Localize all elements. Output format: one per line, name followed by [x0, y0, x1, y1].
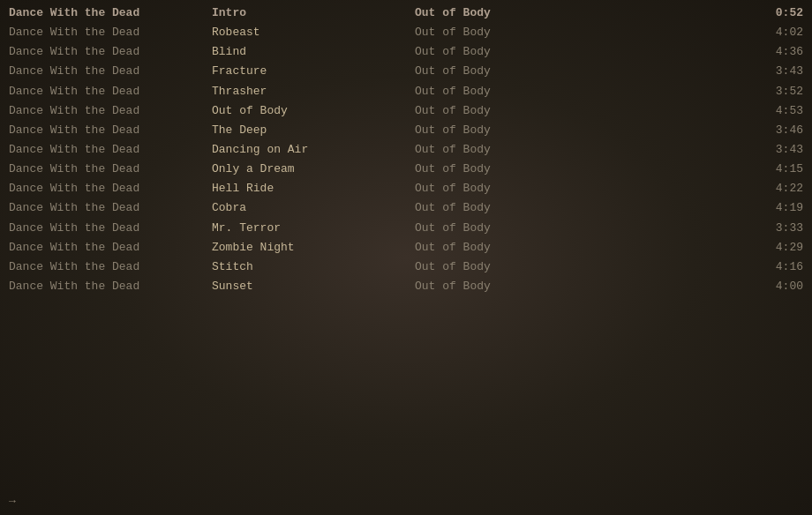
track-title: Cobra	[212, 199, 415, 217]
track-album: Out of Body	[415, 258, 618, 276]
table-row[interactable]: Dance With the DeadStitchOut of Body4:16	[0, 258, 812, 277]
table-row[interactable]: Dance With the DeadRobeastOut of Body4:0…	[0, 23, 812, 42]
track-duration: 4:29	[618, 239, 803, 257]
track-title: Zombie Night	[212, 239, 415, 257]
track-title: Stitch	[212, 258, 415, 276]
track-artist: Dance With the Dead	[9, 278, 212, 295]
track-artist: Dance With the Dead	[9, 258, 212, 276]
table-row[interactable]: Dance With the DeadThe DeepOut of Body3:…	[0, 121, 812, 140]
track-album: Out of Body	[415, 180, 618, 198]
track-album: Out of Body	[415, 122, 618, 139]
track-album: Out of Body	[415, 83, 618, 101]
table-header: Dance With the Dead Intro Out of Body 0:…	[0, 4, 812, 23]
track-artist: Dance With the Dead	[9, 180, 212, 198]
table-row[interactable]: Dance With the DeadZombie NightOut of Bo…	[0, 238, 812, 258]
track-album: Out of Body	[415, 278, 618, 295]
track-album: Out of Body	[415, 102, 618, 120]
track-list: Dance With the Dead Intro Out of Body 0:…	[0, 0, 812, 300]
track-title: Thrasher	[212, 83, 415, 101]
track-album: Out of Body	[415, 24, 618, 41]
track-title: Mr. Terror	[212, 220, 415, 237]
track-title: Fracture	[212, 63, 415, 80]
table-row[interactable]: Dance With the DeadOnly a DreamOut of Bo…	[0, 160, 812, 179]
track-album: Out of Body	[415, 160, 618, 178]
table-row[interactable]: Dance With the DeadHell RideOut of Body4…	[0, 179, 812, 198]
track-title: The Deep	[212, 122, 415, 139]
table-row[interactable]: Dance With the DeadBlindOut of Body4:36	[0, 42, 812, 62]
track-duration: 3:43	[618, 141, 803, 159]
track-artist: Dance With the Dead	[9, 141, 212, 159]
track-duration: 4:36	[618, 43, 803, 61]
header-album: Out of Body	[415, 4, 618, 22]
track-title: Blind	[212, 43, 415, 61]
track-duration: 3:52	[618, 83, 803, 101]
table-row[interactable]: Dance With the DeadOut of BodyOut of Bod…	[0, 101, 812, 121]
track-title: Hell Ride	[212, 180, 415, 198]
table-row[interactable]: Dance With the DeadFractureOut of Body3:…	[0, 62, 812, 81]
track-artist: Dance With the Dead	[9, 102, 212, 120]
track-artist: Dance With the Dead	[9, 63, 212, 80]
track-artist: Dance With the Dead	[9, 199, 212, 217]
track-duration: 4:22	[618, 180, 803, 198]
track-title: Sunset	[212, 278, 415, 295]
track-artist: Dance With the Dead	[9, 24, 212, 41]
track-album: Out of Body	[415, 63, 618, 80]
track-album: Out of Body	[415, 220, 618, 237]
track-duration: 3:33	[618, 220, 803, 237]
header-title: Intro	[212, 4, 415, 22]
track-duration: 4:19	[618, 199, 803, 217]
track-artist: Dance With the Dead	[9, 160, 212, 178]
track-title: Out of Body	[212, 102, 415, 120]
track-title: Dancing on Air	[212, 141, 415, 159]
track-album: Out of Body	[415, 199, 618, 217]
track-artist: Dance With the Dead	[9, 220, 212, 237]
track-duration: 4:16	[618, 258, 803, 276]
table-row[interactable]: Dance With the DeadSunsetOut of Body4:00	[0, 277, 812, 296]
table-row[interactable]: Dance With the DeadDancing on AirOut of …	[0, 140, 812, 160]
header-artist: Dance With the Dead	[9, 4, 212, 22]
table-row[interactable]: Dance With the DeadThrasherOut of Body3:…	[0, 82, 812, 101]
track-duration: 3:43	[618, 63, 803, 80]
track-album: Out of Body	[415, 141, 618, 159]
table-row[interactable]: Dance With the DeadCobraOut of Body4:19	[0, 198, 812, 218]
track-artist: Dance With the Dead	[9, 239, 212, 257]
track-duration: 4:02	[618, 24, 803, 41]
track-duration: 4:15	[618, 160, 803, 178]
track-duration: 3:46	[618, 122, 803, 139]
track-album: Out of Body	[415, 43, 618, 61]
track-artist: Dance With the Dead	[9, 43, 212, 61]
table-row[interactable]: Dance With the DeadMr. TerrorOut of Body…	[0, 219, 812, 238]
arrow-indicator: →	[9, 495, 16, 508]
track-title: Only a Dream	[212, 160, 415, 178]
track-artist: Dance With the Dead	[9, 83, 212, 101]
track-artist: Dance With the Dead	[9, 122, 212, 139]
track-title: Robeast	[212, 24, 415, 41]
header-duration: 0:52	[618, 4, 803, 22]
track-duration: 4:00	[618, 278, 803, 295]
track-duration: 4:53	[618, 102, 803, 120]
track-album: Out of Body	[415, 239, 618, 257]
